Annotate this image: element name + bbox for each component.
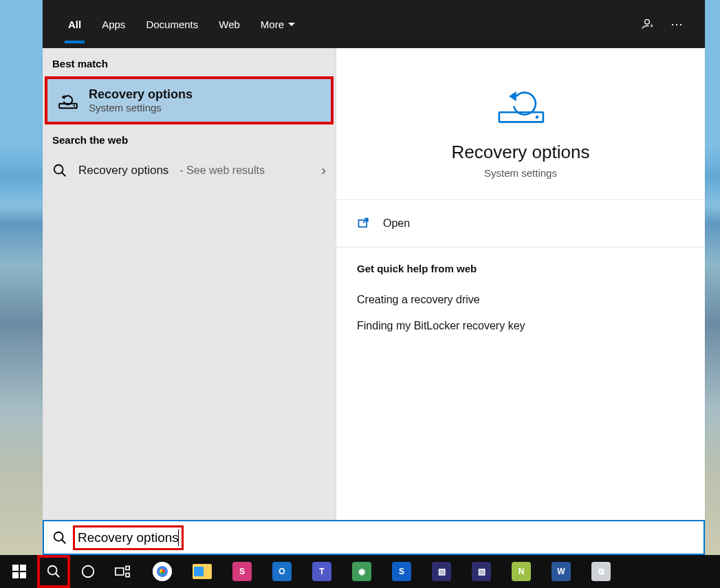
recovery-icon-large [493,76,548,129]
tab-more-label: More [261,19,284,30]
svg-rect-12 [20,565,26,571]
tab-documents[interactable]: Documents [135,0,208,48]
taskbar-app-shield[interactable]: S [386,558,417,585]
svg-marker-0 [61,95,65,99]
search-input-container[interactable]: Recovery options [43,520,705,555]
windows-icon [12,565,26,578]
cortana-button[interactable] [72,555,105,588]
detail-hero: Recovery options System settings [336,48,705,200]
cortana-icon [80,564,96,579]
quick-help-link[interactable]: Finding my BitLocker recovery key [357,313,684,339]
open-label: Open [383,217,410,230]
search-icon [46,564,61,579]
tab-apps[interactable]: Apps [91,0,135,48]
search-web-item[interactable]: Recovery options - See web results › [43,153,336,188]
web-item-label: Recovery options [78,164,168,177]
taskbar-app-globe[interactable]: ◉ [347,558,377,585]
taskbar-app-monitor[interactable]: ⧉ [586,558,616,585]
svg-rect-11 [12,565,19,571]
taskbar: SOT◉S▧▧NW⧉ [0,555,720,588]
detail-title: Recovery options [336,142,705,163]
web-item-suffix: - See web results [179,164,265,177]
svg-point-15 [48,566,57,575]
best-match-header: Best match [43,48,336,76]
tab-web[interactable]: Web [208,0,250,48]
tab-bar: All Apps Documents Web More ⋯ [43,0,705,48]
best-match-item[interactable]: Recovery options System settings [45,76,334,124]
tab-more[interactable]: More [250,0,305,48]
svg-rect-13 [12,572,19,578]
svg-line-16 [56,574,60,578]
svg-marker-5 [509,91,516,101]
open-action[interactable]: Open [336,200,705,247]
best-match-subtitle: System settings [89,102,193,113]
svg-point-7 [536,116,538,118]
svg-point-3 [54,164,63,173]
best-match-title: Recovery options [89,87,193,102]
taskbar-app-snip[interactable]: S [227,558,257,585]
svg-point-17 [83,566,94,578]
svg-rect-19 [126,566,129,569]
taskbar-app-chrome[interactable] [147,558,177,585]
best-match-text: Recovery options System settings [89,87,193,113]
taskbar-app-teams[interactable]: T [307,558,337,585]
results-left-column: Best match Recovery options System setti… [43,48,336,520]
chevron-down-icon [288,23,295,26]
search-taskbar-button[interactable] [37,555,70,588]
task-view-icon [115,565,130,578]
taskbar-app-remote2[interactable]: ▧ [466,558,497,585]
results-right-column: Recovery options System settings Open Ge… [336,48,705,520]
open-icon [357,217,371,230]
taskbar-app-file-explorer[interactable] [187,558,217,585]
feedback-icon[interactable] [632,0,662,48]
task-view-button[interactable] [106,555,139,588]
detail-subtitle: System settings [336,167,705,179]
svg-rect-20 [126,574,129,577]
start-button[interactable] [3,555,36,588]
more-options-icon[interactable]: ⋯ [662,0,692,48]
chevron-right-icon: › [321,162,326,178]
svg-rect-14 [20,572,26,578]
recovery-icon [57,89,79,111]
search-web-header: Search the web [43,124,336,153]
detail-links: Get quick help from web Creating a recov… [336,248,705,354]
taskbar-app-outlook[interactable]: O [267,558,297,585]
quick-help-link[interactable]: Creating a recovery drive [357,287,684,313]
svg-line-4 [62,172,66,176]
detail-links-header: Get quick help from web [357,263,684,274]
search-icon [52,163,67,178]
taskbar-app-word[interactable]: W [546,558,576,585]
taskbar-app-notepadpp[interactable]: N [506,558,536,585]
results-body: Best match Recovery options System setti… [43,48,705,520]
svg-point-2 [74,105,75,107]
svg-rect-18 [116,568,124,575]
taskbar-app-remote1[interactable]: ▧ [426,558,457,585]
detail-actions: Open [336,200,705,248]
tab-all[interactable]: All [58,0,91,48]
search-panel: All Apps Documents Web More ⋯ Best match [43,0,705,555]
